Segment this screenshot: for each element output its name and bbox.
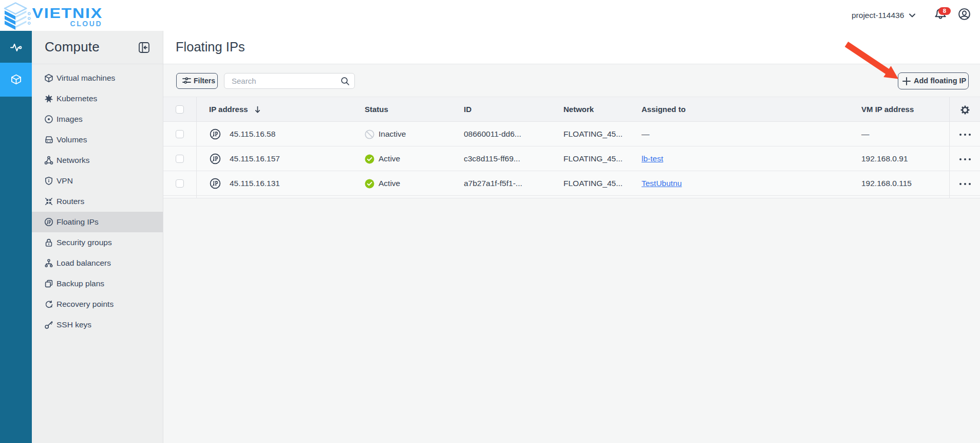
svg-text:CLOUD: CLOUD — [70, 20, 103, 28]
svg-text:VIETNIX: VIETNIX — [32, 5, 103, 21]
